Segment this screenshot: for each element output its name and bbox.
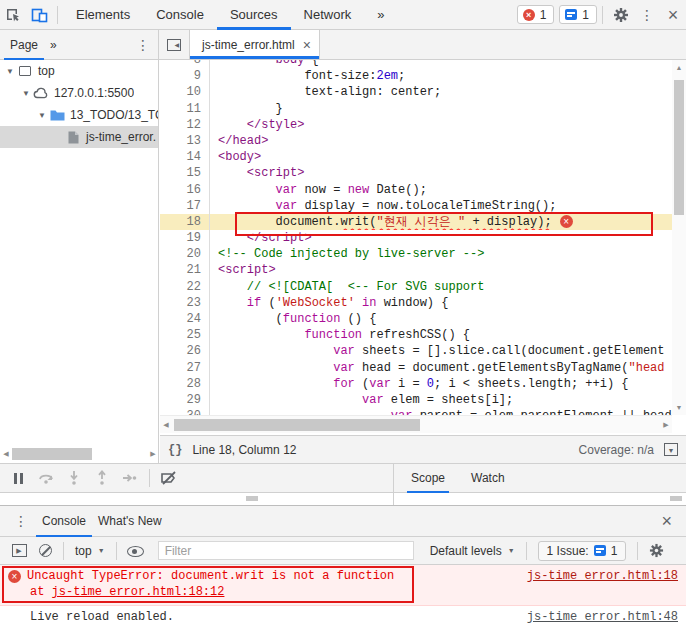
tab-console[interactable]: Console (143, 0, 217, 30)
code-text[interactable]: <body> (210, 149, 672, 165)
line-number[interactable]: 10 (160, 84, 210, 100)
context-selector[interactable]: top ▼ (69, 544, 111, 558)
code-text[interactable]: </head> (210, 133, 672, 149)
line-number[interactable]: 24 (160, 311, 210, 327)
log-levels-selector[interactable]: Default levels ▼ (424, 544, 521, 558)
line-number[interactable]: 23 (160, 295, 210, 311)
line-number[interactable]: 19 (160, 230, 210, 246)
line-number[interactable]: 9 (160, 68, 210, 84)
line-number[interactable]: 18 (160, 214, 210, 230)
navigator-menu-icon[interactable]: ⋮ (132, 37, 154, 53)
issues-button[interactable]: 1 Issue: 1 (538, 541, 627, 561)
log-source-link[interactable]: js-time_error.html:48 (517, 610, 678, 625)
message-count-badge[interactable]: 1 (559, 5, 597, 24)
expand-arrow-icon[interactable]: ▼ (20, 89, 32, 98)
stack-trace-link[interactable]: js-time_error.html:18:12 (52, 585, 225, 599)
code-text[interactable]: <!-- Code injected by live-server --> (210, 246, 672, 262)
scroll-left-icon[interactable]: ◀ (0, 450, 12, 458)
tab-page[interactable]: Page (4, 30, 44, 60)
step-over-icon[interactable] (32, 465, 60, 491)
code-text[interactable]: var elem = sheets[i]; (210, 392, 672, 408)
line-number[interactable]: 29 (160, 392, 210, 408)
tab-watch[interactable]: Watch (467, 464, 509, 493)
editor-tab-js-time-error[interactable]: js-time_error.html × (189, 30, 320, 59)
scroll-up-icon[interactable]: ▲ (672, 64, 686, 71)
navigator-more-chevron[interactable]: » (44, 30, 63, 60)
inspect-element-icon[interactable] (0, 2, 26, 28)
console-settings-gear-icon[interactable] (643, 538, 669, 564)
code-text[interactable]: var sheets = [].slice.call(document.getE… (210, 343, 672, 359)
code-text[interactable]: font-size:2em; (210, 68, 672, 84)
step-icon[interactable] (116, 465, 144, 491)
tab-elements[interactable]: Elements (63, 0, 143, 30)
line-number[interactable]: 17 (160, 198, 210, 214)
clear-console-icon[interactable] (32, 538, 58, 564)
line-number[interactable]: 21 (160, 262, 210, 278)
settings-gear-icon[interactable] (608, 2, 634, 28)
device-toolbar-icon[interactable] (26, 2, 52, 28)
pause-script-icon[interactable] (4, 465, 32, 491)
code-text[interactable]: var display = now.toLocaleTimeString(); (210, 198, 672, 214)
pretty-print-icon[interactable]: {} (168, 443, 182, 457)
code-text[interactable]: text-align: center; (210, 84, 672, 100)
line-number[interactable]: 28 (160, 376, 210, 392)
code-text[interactable]: document.writ("현재 시각은 " + display);× (210, 214, 672, 230)
line-number[interactable]: 16 (160, 182, 210, 198)
code-text[interactable]: function refreshCSS() { (210, 327, 672, 343)
code-text[interactable]: var head = document.getElementsByTagName… (210, 360, 672, 376)
debugger-pane-divider[interactable] (393, 464, 394, 505)
line-number[interactable]: 22 (160, 279, 210, 295)
tab-network[interactable]: Network (291, 0, 365, 30)
tab-whats-new[interactable]: What's New (92, 506, 168, 537)
expand-arrow-icon[interactable]: ▼ (4, 67, 16, 76)
line-number[interactable]: 13 (160, 133, 210, 149)
step-out-icon[interactable] (88, 465, 116, 491)
code-text[interactable]: (function () { (210, 311, 672, 327)
deactivate-breakpoints-icon[interactable] (155, 465, 183, 491)
code-text[interactable]: <script> (210, 262, 672, 278)
drawer-menu-icon[interactable]: ⋮ (6, 513, 36, 529)
code-text[interactable]: // <![CDATA[ <-- For SVG support (210, 279, 672, 295)
line-number[interactable]: 26 (160, 343, 210, 359)
line-number[interactable]: 15 (160, 165, 210, 181)
step-into-icon[interactable] (60, 465, 88, 491)
scroll-right-icon[interactable]: ▶ (147, 450, 159, 458)
line-number[interactable]: 8 (160, 60, 210, 68)
scroll-down-icon[interactable]: ▼ (672, 404, 686, 411)
editor-vertical-scrollbar[interactable]: ▲ ▼ (672, 60, 686, 415)
expand-arrow-icon[interactable]: ▼ (36, 111, 48, 120)
console-filter-input[interactable] (158, 541, 414, 560)
code-text[interactable]: var now = new Date(); (210, 182, 672, 198)
code-text[interactable]: </script> (210, 230, 672, 246)
more-options-icon[interactable]: ⋮ (634, 2, 660, 28)
code-text[interactable]: </style> (210, 117, 672, 133)
tab-sources[interactable]: Sources (217, 0, 291, 30)
line-number[interactable]: 25 (160, 327, 210, 343)
line-number[interactable]: 20 (160, 246, 210, 262)
editor-horizontal-scrollbar[interactable]: ◀ ▶ (160, 415, 672, 433)
close-drawer-icon[interactable]: × (653, 512, 680, 530)
hide-navigator-icon[interactable]: ◀ (159, 30, 189, 59)
tree-item-js-time-error[interactable]: js-time_error. (0, 126, 158, 148)
tab-scope[interactable]: Scope (407, 464, 449, 493)
left-pane-scrollbar[interactable] (0, 493, 393, 505)
navigator-horizontal-scrollbar[interactable]: ◀ ▶ (0, 447, 159, 461)
code-text[interactable]: for (var i = 0; i < sheets.length; ++i) … (210, 376, 672, 392)
toggle-drawer-icon[interactable]: ▼ (664, 443, 678, 456)
live-expression-eye-icon[interactable] (122, 538, 148, 564)
right-pane-scrollbar[interactable] (393, 493, 686, 505)
scrollbar-thumb[interactable] (174, 419, 420, 431)
tab-console-drawer[interactable]: Console (36, 506, 92, 537)
scrollbar-thumb[interactable] (12, 448, 92, 460)
code-text[interactable]: if ('WebSocket' in window) { (210, 295, 672, 311)
scroll-left-icon[interactable]: ◀ (160, 421, 172, 429)
close-devtools-icon[interactable]: × (660, 2, 686, 28)
line-number[interactable]: 14 (160, 149, 210, 165)
line-number[interactable]: 27 (160, 360, 210, 376)
line-number[interactable]: 12 (160, 117, 210, 133)
code-text[interactable]: body { (210, 60, 672, 68)
tree-item-top[interactable]: ▼top (0, 60, 158, 82)
tree-item-127-0-0-1-5500[interactable]: ▼127.0.0.1:5500 (0, 82, 158, 104)
console-sidebar-icon[interactable]: ▶ (6, 538, 32, 564)
code-text[interactable]: <script> (210, 165, 672, 181)
